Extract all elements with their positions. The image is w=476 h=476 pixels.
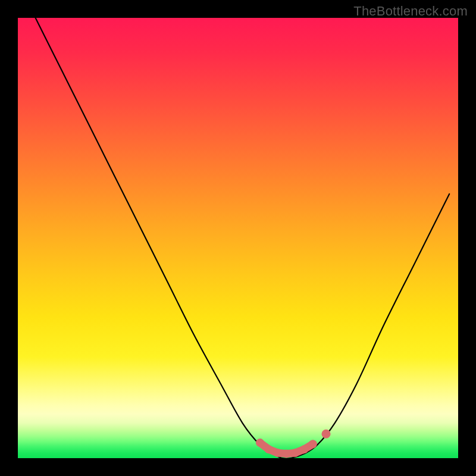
- bottleneck-curve-path: [36, 18, 450, 459]
- curve-marker: [300, 445, 308, 453]
- curve-marker: [309, 440, 317, 448]
- bottleneck-chart: [18, 18, 458, 458]
- curve-marker: [256, 439, 264, 447]
- watermark-text: TheBottleneck.com: [353, 4, 468, 19]
- curve-marker: [291, 449, 299, 457]
- chart-frame: TheBottleneck.com: [0, 0, 476, 476]
- curve-marker: [274, 449, 282, 457]
- curve-marker: [282, 450, 290, 458]
- curve-marker: [322, 430, 331, 439]
- curve-marker: [265, 445, 273, 453]
- plot-area: [18, 18, 458, 458]
